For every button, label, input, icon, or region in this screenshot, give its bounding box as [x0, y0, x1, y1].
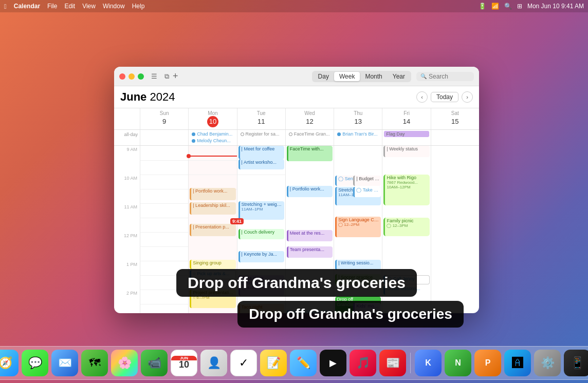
- menu-help[interactable]: Help: [132, 3, 145, 10]
- day-header-sun: Sun 9: [140, 108, 188, 129]
- apple-logo[interactable]: : [4, 3, 7, 10]
- dock-appstore[interactable]: 🅰: [504, 350, 531, 376]
- menu-window[interactable]: Window: [103, 3, 125, 10]
- event-artist-workshop[interactable]: | Artist worksho...: [238, 159, 284, 169]
- event-tooltip: Drop off Grandma's groceries: [176, 269, 417, 297]
- minimize-button[interactable]: [128, 73, 135, 80]
- event-team-presentation[interactable]: Team presenta...: [287, 246, 333, 258]
- dock-iphone[interactable]: 📱: [564, 350, 588, 376]
- dock-facetime[interactable]: 📹: [141, 350, 168, 376]
- event-portfolio-wed[interactable]: | Portfolio work...: [287, 186, 333, 197]
- event-taco-night[interactable]: Taco night: [238, 304, 284, 313]
- month-year-title: June 2024: [120, 90, 175, 104]
- event-presentation-mon[interactable]: | Presentation p...: [190, 224, 235, 236]
- tab-day[interactable]: Day: [313, 72, 334, 81]
- prev-button[interactable]: ‹: [416, 91, 428, 103]
- day-header-tue: Tue 11: [237, 108, 285, 129]
- dock-mail[interactable]: ✉️: [51, 350, 78, 376]
- all-day-event-melody[interactable]: Melody Cheun...: [190, 138, 235, 144]
- event-facetime-wed[interactable]: FaceTime with...: [287, 146, 333, 161]
- dock-messages[interactable]: 💬: [22, 350, 48, 376]
- time-930: [114, 160, 140, 175]
- dock-news[interactable]: 📰: [379, 350, 406, 376]
- view-tabs: Day Week Month Year: [312, 71, 411, 82]
- sidebar-toggle-icon[interactable]: ☰: [150, 72, 158, 81]
- event-meet-coffee[interactable]: | Meet for coffee: [238, 146, 284, 159]
- window-toolbar-icons: ☰ ⧉: [150, 72, 171, 81]
- dock-tv[interactable]: ▶: [320, 350, 346, 376]
- time-230: [114, 304, 140, 313]
- search-icon[interactable]: 🔍: [504, 3, 512, 10]
- event-writing-session[interactable]: | Writing sessio...: [335, 260, 381, 270]
- add-event-button[interactable]: +: [173, 71, 178, 82]
- all-day-event-facetime[interactable]: FaceTime Gran...: [287, 131, 332, 137]
- maximize-button[interactable]: [138, 73, 144, 80]
- dock-photos[interactable]: 🌸: [111, 350, 138, 376]
- all-day-event-chad[interactable]: Chad Benjamin...: [190, 131, 235, 137]
- menu-view[interactable]: View: [82, 3, 96, 10]
- next-button[interactable]: ›: [462, 91, 473, 103]
- search-input[interactable]: [429, 73, 470, 80]
- dock-numbers[interactable]: N: [445, 350, 471, 376]
- dock-keynote[interactable]: K: [415, 350, 442, 376]
- event-portfolio-mon[interactable]: | Portfolio work...: [190, 188, 235, 200]
- time-12pm: 12 PM: [114, 232, 140, 246]
- day-header-thu: Thu 13: [334, 108, 382, 129]
- dock-music[interactable]: 🎵: [350, 350, 376, 376]
- time-1030: [114, 189, 140, 203]
- day-col-sat[interactable]: H...: [431, 146, 479, 313]
- calendar-window: ☰ ⧉ + Day Week Month Year 🔍 June 2024 ‹ …: [114, 67, 479, 313]
- dock-calendar[interactable]: JUN 10: [171, 350, 197, 376]
- event-family-picnic[interactable]: Family picnic ◯ 12–3PM: [383, 218, 429, 236]
- menu-app[interactable]: Calendar: [14, 3, 40, 10]
- event-hike-rigo[interactable]: Hike with Rigo 7867 Redwood... 10AM–12PM: [383, 175, 429, 205]
- dock: 🔍 ⊞ 🧭 💬 ✉️ 🗺 🌸 📹 JUN 10 👤 ✓ 📝 ✏️ ▶ 🎵 📰 K…: [0, 346, 588, 380]
- dock-maps[interactable]: 🗺: [81, 350, 108, 376]
- dock-contacts[interactable]: 👤: [200, 350, 227, 376]
- time-10am: 10 AM: [114, 175, 140, 189]
- all-day-sat: [431, 130, 479, 145]
- menu-edit[interactable]: Edit: [64, 3, 75, 10]
- event-sign-language[interactable]: Sign Language Club ◯ 12–2PM: [335, 217, 381, 237]
- all-day-event-register[interactable]: Register for sa...: [239, 131, 284, 137]
- dock-notes[interactable]: 📝: [260, 350, 287, 376]
- all-day-mon: Chad Benjamin... Melody Cheun...: [188, 130, 236, 145]
- event-take-luna[interactable]: ◯ Take Luna to th...: [353, 187, 381, 197]
- event-keynote[interactable]: | Keynote by Ja...: [238, 251, 284, 262]
- event-stretching-tue[interactable]: Stretching + weights 11AM–1PM: [238, 201, 284, 220]
- tab-year[interactable]: Year: [388, 72, 410, 81]
- menu-bar-right: 🔋 📶 🔍 ⊞ Mon Jun 10 9:41 AM: [479, 3, 584, 10]
- dock-safari[interactable]: 🧭: [0, 350, 19, 376]
- menu-file[interactable]: File: [47, 3, 57, 10]
- search-box[interactable]: 🔍: [416, 72, 474, 81]
- all-day-tue: Register for sa...: [237, 130, 285, 145]
- day-header-fri: Fri 14: [382, 108, 430, 129]
- time-130: [114, 275, 140, 290]
- time-2pm: 2 PM: [114, 290, 140, 304]
- datetime: Mon Jun 10 9:41 AM: [527, 3, 584, 10]
- tab-month[interactable]: Month: [360, 72, 387, 81]
- cal-nav: ‹ Today ›: [416, 91, 473, 103]
- time-9am: 9 AM: [114, 146, 140, 160]
- all-day-row: all-day Chad Benjamin... Melody Cheun...…: [114, 130, 479, 146]
- all-day-event-birthday[interactable]: Brian Tran's Bir...: [336, 131, 380, 137]
- event-budget-meeting[interactable]: | Budget meeting: [353, 176, 381, 186]
- event-meet-res[interactable]: Meet at the res...: [287, 230, 333, 241]
- control-center-icon[interactable]: ⊞: [517, 3, 522, 10]
- inbox-icon[interactable]: ⧉: [162, 72, 171, 81]
- dock-settings[interactable]: ⚙️: [534, 350, 561, 376]
- all-day-label: all-day: [114, 130, 140, 145]
- event-tutoring[interactable]: Tutoring session...: [287, 310, 333, 313]
- event-singing-group[interactable]: Singing group: [190, 260, 235, 269]
- event-weekly-status[interactable]: | Weekly status: [383, 146, 429, 157]
- tab-week[interactable]: Week: [334, 72, 360, 81]
- event-leadership[interactable]: | Leadership skil...: [190, 202, 235, 215]
- dock-freeform[interactable]: ✏️: [290, 350, 317, 376]
- close-button[interactable]: [119, 73, 125, 80]
- event-couch-delivery[interactable]: | Couch delivery: [238, 229, 284, 239]
- event-kids-movie[interactable]: Kids' movie night: [353, 303, 381, 313]
- dock-reminders[interactable]: ✓: [230, 350, 257, 376]
- dock-pages[interactable]: P: [474, 350, 501, 376]
- all-day-event-flagday[interactable]: Flag Day: [384, 131, 429, 137]
- today-button[interactable]: Today: [431, 92, 458, 102]
